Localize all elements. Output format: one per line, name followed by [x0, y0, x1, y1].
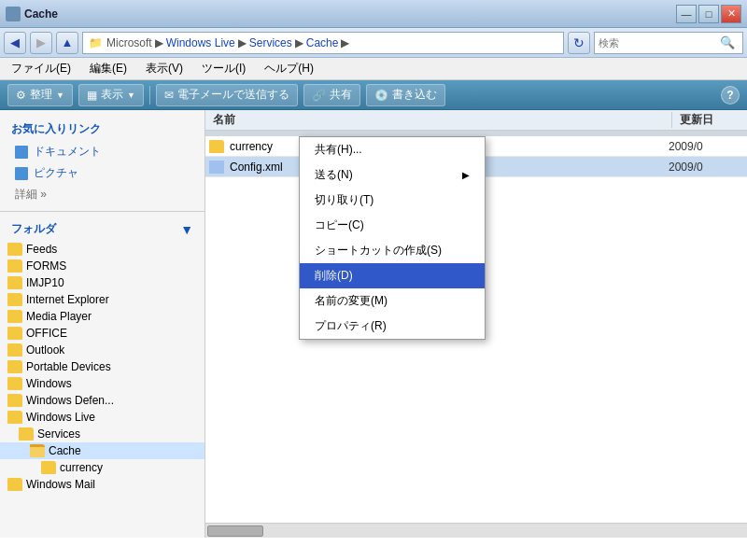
forward-button[interactable]: ▶: [30, 32, 52, 54]
search-input[interactable]: [599, 37, 720, 49]
context-menu-item-label: プロパティ(R): [315, 318, 387, 334]
sidebar-link-pictures-label: ピクチャ: [34, 165, 78, 181]
context-menu-item-7[interactable]: プロパティ(R): [300, 314, 485, 339]
folder-label: Windows: [26, 377, 72, 390]
breadcrumb-windows-live[interactable]: Windows Live: [166, 36, 235, 49]
burn-button[interactable]: 💿 書き込む: [366, 84, 445, 106]
folder-label: Feeds: [26, 243, 57, 256]
folder-icon: [209, 140, 224, 153]
folder-icon: [41, 461, 56, 474]
folder-item-windows-live[interactable]: Windows Live: [0, 409, 204, 426]
share-icon: 🔗: [312, 89, 326, 102]
folder-icon: [7, 310, 22, 323]
menu-view[interactable]: 表示(V): [142, 59, 187, 78]
context-menu-item-label: 共有(H)...: [315, 142, 362, 158]
folder-item-media-player[interactable]: Media Player: [0, 308, 204, 325]
breadcrumb: 📁 Microsoft ▶ Windows Live ▶ Services ▶ …: [82, 32, 564, 54]
folder-icon: [19, 427, 34, 441]
folder-label: IMJP10: [26, 276, 64, 289]
sidebar-link-documents-label: ドキュメント: [34, 144, 101, 160]
view-button[interactable]: ▦ 表示 ▼: [78, 84, 144, 106]
organize-button[interactable]: ⚙ 整理 ▼: [7, 84, 73, 106]
context-menu: 共有(H)...送る(N)▶切り取り(T)コピー(C)ショートカットの作成(S)…: [299, 136, 486, 340]
folder-title: フォルダ: [11, 221, 56, 237]
favorites-title: お気に入りリンク: [0, 118, 204, 141]
context-menu-item-label: 切り取り(T): [315, 192, 374, 208]
organize-icon: ⚙: [16, 89, 26, 102]
horizontal-scrollbar[interactable]: [205, 523, 747, 538]
scrollbar-thumb[interactable]: [207, 525, 263, 537]
folder-icon: [7, 343, 22, 357]
folder-collapse-icon[interactable]: ▼: [180, 222, 193, 237]
context-menu-item-3[interactable]: コピー(C): [300, 213, 485, 238]
folder-list: FeedsFORMSIMJP10Internet ExplorerMedia P…: [0, 241, 204, 530]
column-date[interactable]: 更新日: [672, 112, 747, 128]
refresh-button[interactable]: ↻: [568, 32, 590, 54]
folder-item-office[interactable]: OFFICE: [0, 325, 204, 342]
email-button[interactable]: ✉ 電子メールで送信する: [156, 84, 298, 106]
sidebar-more[interactable]: 詳細 »: [0, 184, 204, 205]
context-menu-item-label: 名前の変更(M): [315, 293, 388, 309]
menu-tools[interactable]: ツール(I): [198, 59, 249, 78]
breadcrumb-services[interactable]: Services: [249, 36, 292, 49]
breadcrumb-root[interactable]: Microsoft: [106, 36, 152, 49]
sidebar-divider: [0, 211, 204, 212]
context-menu-item-2[interactable]: 切り取り(T): [300, 188, 485, 213]
folder-icon: [7, 293, 22, 306]
title-controls: — □ ✕: [676, 5, 741, 23]
menu-help[interactable]: ヘルプ(H): [261, 59, 317, 78]
folder-label: OFFICE: [26, 327, 67, 340]
folder-item-services[interactable]: Services: [0, 426, 204, 442]
folder-item-feeds[interactable]: Feeds: [0, 241, 204, 258]
search-bar: 🔍: [594, 32, 743, 54]
context-menu-item-0[interactable]: 共有(H)...: [300, 137, 485, 162]
folder-item-windows-mail[interactable]: Windows Mail: [0, 476, 204, 493]
context-menu-item-label: 削除(D): [315, 268, 353, 284]
minimize-button[interactable]: —: [676, 5, 697, 23]
help-button[interactable]: ?: [721, 86, 740, 105]
folder-item-internet-explorer[interactable]: Internet Explorer: [0, 291, 204, 308]
context-menu-item-1[interactable]: 送る(N)▶: [300, 162, 485, 188]
folder-label: Services: [37, 427, 80, 441]
view-arrow-icon: ▼: [127, 91, 135, 100]
maximize-button[interactable]: □: [698, 5, 719, 23]
folder-item-forms[interactable]: FORMS: [0, 258, 204, 274]
folder-item-windows-defen...[interactable]: Windows Defen...: [0, 392, 204, 409]
close-button[interactable]: ✕: [721, 5, 741, 23]
organize-label: 整理: [30, 87, 52, 103]
view-icon: ▦: [87, 89, 97, 102]
folder-icon: [7, 327, 22, 340]
back-button[interactable]: ◀: [4, 32, 26, 54]
up-button[interactable]: ▲: [56, 32, 78, 54]
folder-icon: [7, 243, 22, 256]
share-button[interactable]: 🔗 共有: [303, 84, 360, 106]
main-area: お気に入りリンク ドキュメント ピクチャ 詳細 » フォルダ ▼ FeedsFO…: [0, 110, 747, 538]
view-label: 表示: [101, 87, 123, 103]
folder-icon: [7, 259, 22, 273]
folder-label: Windows Defen...: [26, 394, 114, 407]
organize-arrow-icon: ▼: [56, 91, 64, 100]
context-menu-item-5[interactable]: 削除(D): [300, 263, 485, 288]
column-name[interactable]: 名前: [205, 112, 672, 128]
folder-item-cache[interactable]: Cache: [0, 442, 204, 459]
sidebar: お気に入りリンク ドキュメント ピクチャ 詳細 » フォルダ ▼ FeedsFO…: [0, 110, 205, 538]
context-menu-item-6[interactable]: 名前の変更(M): [300, 288, 485, 314]
folder-label: Outlook: [26, 343, 64, 357]
window-icon: [6, 7, 21, 21]
content-area: 名前 更新日 currency2009/0Config.xml2009/0 共有…: [205, 110, 747, 538]
menu-file[interactable]: ファイル(E): [7, 59, 75, 78]
breadcrumb-cache[interactable]: Cache: [306, 36, 339, 49]
folder-item-outlook[interactable]: Outlook: [0, 342, 204, 358]
folder-item-currency[interactable]: currency: [0, 459, 204, 476]
title-bar: Cache — □ ✕: [0, 0, 747, 28]
context-menu-item-4[interactable]: ショートカットの作成(S): [300, 238, 485, 263]
folder-icon: [30, 444, 45, 457]
folder-section-header: フォルダ ▼: [0, 217, 204, 241]
folder-item-imjp10[interactable]: IMJP10: [0, 274, 204, 291]
toolbar-separator-1: [149, 86, 150, 105]
folder-item-windows[interactable]: Windows: [0, 375, 204, 392]
folder-item-portable-devices[interactable]: Portable Devices: [0, 358, 204, 375]
sidebar-item-documents[interactable]: ドキュメント: [0, 141, 204, 162]
sidebar-item-pictures[interactable]: ピクチャ: [0, 162, 204, 184]
menu-edit[interactable]: 編集(E): [86, 59, 131, 78]
